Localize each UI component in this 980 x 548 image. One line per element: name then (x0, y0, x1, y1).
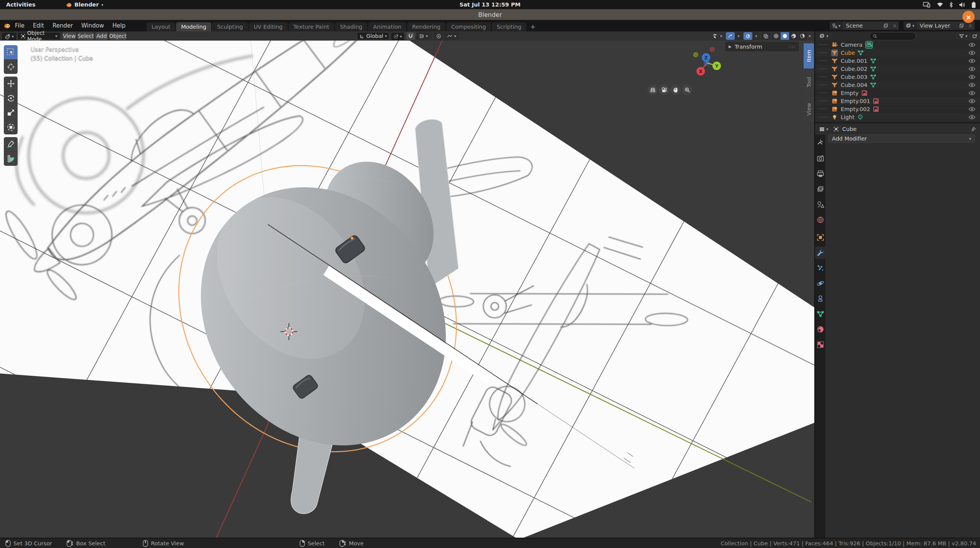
shading-wireframe-button[interactable] (772, 32, 780, 40)
tab-tool[interactable] (817, 138, 824, 146)
image-empty-object-icon[interactable] (832, 98, 838, 104)
orientation-dropdown[interactable]: Global▾ (357, 32, 389, 40)
image-empty-object-icon[interactable] (832, 90, 838, 96)
hide-eye-icon[interactable] (969, 75, 975, 79)
menu-help[interactable]: Help (108, 22, 130, 29)
tab-physics[interactable] (817, 280, 824, 287)
tool-annotate[interactable] (4, 137, 18, 151)
mode-dropdown[interactable]: Object Mode▾ (18, 32, 60, 40)
pivot-dropdown[interactable]: ▾ (391, 32, 404, 41)
mesh-object-icon[interactable] (832, 50, 838, 56)
visibility-dropdown[interactable]: ▾ (710, 32, 724, 40)
mesh-data-icon[interactable] (870, 58, 876, 64)
outliner-filter-dropdown[interactable]: ▾ (956, 32, 970, 40)
tab-scene[interactable] (817, 201, 824, 208)
gizmo-negy-dot[interactable] (693, 52, 698, 57)
object-name[interactable]: Camera (841, 42, 863, 48)
mesh-data-icon[interactable] (870, 74, 876, 80)
outliner-row-empty[interactable]: Empty (815, 89, 980, 97)
window-close-button[interactable]: × (962, 11, 975, 23)
add-modifier-dropdown[interactable]: Add Modifier ▾ (828, 134, 975, 143)
pin-icon[interactable] (970, 126, 976, 132)
outliner-row-camera[interactable]: Camera (815, 41, 980, 49)
menu-window[interactable]: Window (77, 22, 108, 29)
tool-transform[interactable] (4, 120, 18, 134)
window-title-bar[interactable]: Blender (0, 9, 980, 20)
light-data-icon[interactable] (857, 114, 863, 120)
snap-target-dropdown[interactable]: ▾ (416, 32, 432, 40)
gizmo-dropdown[interactable]: ▾ (735, 32, 742, 40)
app-menu[interactable]: Blender ▾ (62, 0, 108, 9)
sidebar-tab-tool[interactable]: Tool (804, 70, 814, 94)
new-scene-button[interactable] (881, 23, 890, 28)
editor-type-button[interactable]: ▾ (2, 32, 17, 41)
new-view-layer-button[interactable] (957, 23, 966, 28)
object-name[interactable]: Empty (841, 90, 859, 96)
tool-measure[interactable] (4, 151, 18, 166)
unlink-scene-button[interactable]: × (890, 23, 899, 29)
hide-eye-icon[interactable] (969, 91, 975, 95)
tab-material[interactable] (817, 326, 824, 333)
tab-world[interactable] (817, 216, 824, 224)
toggle-perspective-button[interactable] (647, 85, 658, 95)
image-data-icon[interactable] (873, 106, 879, 112)
object-name[interactable]: Cube.004 (841, 82, 867, 88)
object-name[interactable]: Empty.001 (841, 98, 870, 104)
hide-eye-icon[interactable] (969, 59, 975, 63)
tab-view-layer[interactable] (817, 185, 824, 193)
outliner-row-cube-003[interactable]: Cube.003 (815, 73, 980, 81)
shading-solid-button[interactable] (781, 32, 789, 40)
add-workspace-button[interactable]: + (527, 22, 538, 31)
transform-panel-header[interactable]: ▶ Transform :::: (725, 42, 799, 51)
tab-sculpting[interactable]: Sculpting (212, 22, 248, 31)
view-menu[interactable]: View (62, 32, 76, 40)
mesh-data-icon[interactable] (870, 66, 876, 72)
sidebar-tab-view[interactable]: View (804, 96, 814, 122)
drag-handle-icon[interactable]: :::: (788, 44, 796, 49)
outliner-display-mode-dropdown[interactable]: ▾ (817, 32, 831, 40)
object-menu[interactable]: Object (109, 32, 126, 40)
outliner-row-empty-002[interactable]: Empty.002 (815, 105, 980, 113)
sidebar-tab-item[interactable]: Item (804, 43, 814, 69)
snap-toggle[interactable] (406, 32, 415, 40)
hide-eye-icon[interactable] (969, 107, 975, 111)
outliner-row-cube-004[interactable]: Cube.004 (815, 81, 980, 89)
menu-render[interactable]: Render (48, 22, 77, 29)
tool-rotate[interactable] (4, 91, 18, 105)
proportional-edit-toggle[interactable] (434, 32, 443, 40)
object-name[interactable]: Cube (841, 50, 855, 56)
navigation-gizmo[interactable]: Z Y X (685, 43, 728, 80)
hide-eye-icon[interactable] (969, 115, 975, 119)
tab-uv-editing[interactable]: UV Editing (249, 22, 288, 31)
menu-edit[interactable]: Edit (29, 22, 48, 29)
shading-rendered-button[interactable] (798, 32, 807, 40)
overlays-dropdown[interactable]: ▾ (753, 32, 760, 40)
outliner-row-light[interactable]: Light (815, 113, 980, 121)
tab-object-data[interactable] (817, 310, 824, 318)
falloff-dropdown[interactable]: ▾ (444, 32, 459, 40)
hide-eye-icon[interactable] (969, 83, 975, 87)
select-menu[interactable]: Select (78, 32, 94, 40)
light-object-icon[interactable] (832, 114, 838, 120)
object-name[interactable]: Cube.001 (841, 58, 867, 64)
mesh-object-icon[interactable] (832, 82, 838, 88)
tab-object[interactable] (817, 234, 824, 241)
tab-scripting[interactable]: Scripting (492, 22, 526, 31)
tool-move[interactable] (4, 77, 18, 91)
activities-button[interactable]: Activities (0, 0, 42, 9)
tab-texture-paint[interactable]: Texture Paint (289, 22, 334, 31)
tab-texture[interactable] (817, 341, 824, 348)
camera-object-icon[interactable] (832, 42, 838, 48)
tab-rendering[interactable]: Rendering (407, 22, 445, 31)
mesh-object-icon[interactable] (832, 66, 838, 72)
menu-file[interactable]: File (11, 22, 29, 29)
object-name[interactable]: Cube.002 (841, 66, 867, 72)
tab-compositing[interactable]: Compositing (446, 22, 491, 31)
mesh-data-icon[interactable] (870, 82, 876, 88)
object-name[interactable]: Cube.003 (841, 74, 867, 80)
remove-view-layer-button[interactable]: × (966, 23, 975, 29)
hide-eye-icon[interactable] (969, 99, 975, 103)
image-data-icon[interactable] (861, 90, 867, 96)
object-name[interactable]: Light (841, 114, 854, 120)
properties-display-dropdown[interactable]: ▾ (817, 125, 831, 133)
